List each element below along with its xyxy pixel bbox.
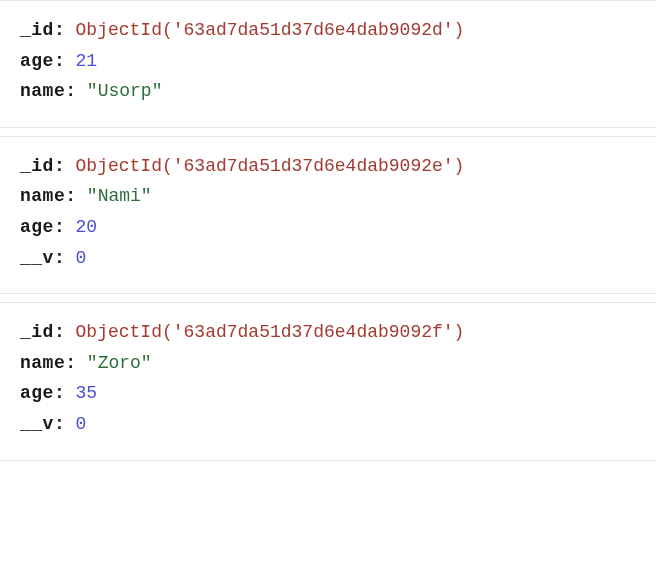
field-key: age — [20, 383, 54, 403]
colon: : — [54, 156, 65, 176]
field-row: _id: ObjectId('63ad7da51d37d6e4dab9092f'… — [20, 317, 656, 348]
field-value-number: 0 — [76, 414, 87, 434]
field-row: name: "Nami" — [20, 181, 656, 212]
field-value-objectid: ObjectId('63ad7da51d37d6e4dab9092f') — [76, 322, 465, 342]
field-row: age: 35 — [20, 378, 656, 409]
colon: : — [65, 186, 76, 206]
field-row: _id: ObjectId('63ad7da51d37d6e4dab9092e'… — [20, 151, 656, 182]
field-row: __v: 0 — [20, 409, 656, 440]
field-key: __v — [20, 248, 54, 268]
colon: : — [54, 51, 65, 71]
field-value-number: 21 — [76, 51, 98, 71]
field-key: _id — [20, 20, 54, 40]
field-row: name: "Zoro" — [20, 348, 656, 379]
document-block: _id: ObjectId('63ad7da51d37d6e4dab9092e'… — [0, 136, 656, 294]
field-row: age: 21 — [20, 46, 656, 77]
colon: : — [54, 217, 65, 237]
colon: : — [54, 383, 65, 403]
colon: : — [54, 20, 65, 40]
field-value-string: "Usorp" — [87, 81, 163, 101]
field-value-number: 0 — [76, 248, 87, 268]
field-key: name — [20, 81, 65, 101]
colon: : — [65, 353, 76, 373]
field-row: __v: 0 — [20, 243, 656, 274]
field-row: name: "Usorp" — [20, 76, 656, 107]
field-value-string: "Zoro" — [87, 353, 152, 373]
field-key: __v — [20, 414, 54, 434]
field-key: _id — [20, 156, 54, 176]
colon: : — [54, 322, 65, 342]
document-block: _id: ObjectId('63ad7da51d37d6e4dab9092d'… — [0, 0, 656, 128]
field-key: name — [20, 186, 65, 206]
field-value-string: "Nami" — [87, 186, 152, 206]
field-value-number: 35 — [76, 383, 98, 403]
field-row: age: 20 — [20, 212, 656, 243]
colon: : — [54, 414, 65, 434]
field-row: _id: ObjectId('63ad7da51d37d6e4dab9092d'… — [20, 15, 656, 46]
field-key: age — [20, 217, 54, 237]
field-value-number: 20 — [76, 217, 98, 237]
field-value-objectid: ObjectId('63ad7da51d37d6e4dab9092d') — [76, 20, 465, 40]
field-key: age — [20, 51, 54, 71]
colon: : — [54, 248, 65, 268]
field-key: _id — [20, 322, 54, 342]
colon: : — [65, 81, 76, 101]
document-block: _id: ObjectId('63ad7da51d37d6e4dab9092f'… — [0, 302, 656, 460]
field-key: name — [20, 353, 65, 373]
field-value-objectid: ObjectId('63ad7da51d37d6e4dab9092e') — [76, 156, 465, 176]
